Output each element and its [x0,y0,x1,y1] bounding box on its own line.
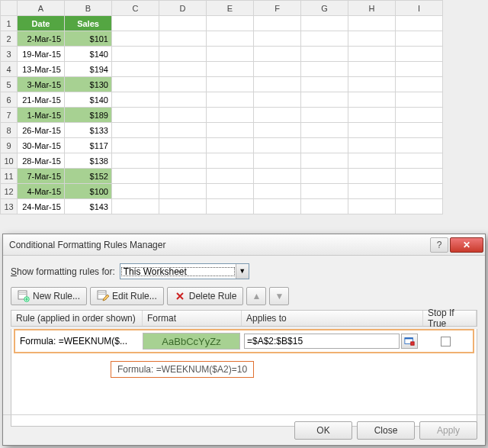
cell[interactable] [254,153,301,169]
column-header[interactable]: H [348,1,396,16]
close-button[interactable]: Close [357,421,415,440]
cell[interactable] [301,199,348,214]
cell[interactable]: 26-Mar-15 [18,123,65,138]
cell[interactable] [396,16,443,31]
column-header[interactable]: D [159,1,207,16]
cell[interactable] [159,153,207,169]
cell[interactable] [254,16,301,31]
cell[interactable] [207,92,254,108]
cell[interactable] [301,31,348,47]
cell[interactable] [254,31,301,47]
cell[interactable] [348,62,396,77]
chevron-down-icon[interactable]: ▼ [236,264,249,279]
cell[interactable] [301,92,348,108]
cell[interactable] [348,123,396,138]
row-header[interactable]: 4 [1,62,18,77]
cell[interactable]: $140 [65,47,112,62]
cell[interactable]: 28-Mar-15 [18,153,65,169]
column-header[interactable]: A [18,1,65,16]
cell[interactable] [159,62,207,77]
cell[interactable] [112,92,159,108]
cell[interactable] [159,47,207,62]
stop-if-true-checkbox[interactable] [441,337,451,346]
cell[interactable] [112,16,159,31]
cell[interactable] [207,31,254,47]
cell[interactable]: $152 [65,169,112,184]
cell[interactable] [348,169,396,184]
cell[interactable] [112,153,159,169]
edit-rule-button[interactable]: Edit Rule... [90,287,164,305]
cell[interactable]: $133 [65,123,112,138]
cell[interactable] [207,169,254,184]
row-header[interactable]: 3 [1,47,18,62]
cell[interactable] [112,184,159,199]
cell[interactable] [207,77,254,92]
cell[interactable]: Date [18,16,65,31]
cell[interactable] [159,108,207,123]
scope-dropdown[interactable]: This Worksheet ▼ [120,263,249,279]
cell[interactable] [396,169,443,184]
cell[interactable] [396,62,443,77]
cell[interactable] [159,92,207,108]
cell[interactable]: $194 [65,62,112,77]
cell[interactable] [396,31,443,47]
cell[interactable] [254,62,301,77]
rule-row[interactable]: Formula: =WEEKNUM($... AaBbCcYyZz =$A$2:… [14,329,474,353]
cell[interactable] [301,108,348,123]
cell[interactable] [396,184,443,199]
cell[interactable]: 4-Mar-15 [18,184,65,199]
column-header[interactable]: B [65,1,112,16]
cell[interactable] [112,108,159,123]
cell[interactable] [254,108,301,123]
cell[interactable] [254,199,301,214]
cell[interactable]: 1-Mar-15 [18,108,65,123]
cell[interactable] [348,138,396,153]
cell[interactable] [396,123,443,138]
move-up-button[interactable]: ▲ [246,287,266,305]
column-header[interactable]: I [396,1,443,16]
cell[interactable] [301,16,348,31]
row-header[interactable]: 7 [1,108,18,123]
cell[interactable] [207,16,254,31]
apply-button[interactable]: Apply [419,421,477,440]
cell[interactable] [159,16,207,31]
cell[interactable] [348,92,396,108]
cell[interactable]: $143 [65,199,112,214]
cell[interactable]: 3-Mar-15 [18,77,65,92]
column-header[interactable]: E [207,1,254,16]
cell[interactable] [207,184,254,199]
cell[interactable] [207,199,254,214]
cell[interactable] [254,138,301,153]
row-header[interactable]: 8 [1,123,18,138]
cell[interactable]: 21-Mar-15 [18,92,65,108]
cell[interactable] [301,62,348,77]
close-icon[interactable]: ✕ [450,237,483,253]
cell[interactable] [348,31,396,47]
cell[interactable]: 19-Mar-15 [18,47,65,62]
row-header[interactable]: 13 [1,199,18,214]
cell[interactable]: $140 [65,92,112,108]
row-header[interactable]: 5 [1,77,18,92]
cell[interactable] [112,77,159,92]
cell[interactable]: 7-Mar-15 [18,169,65,184]
cell[interactable] [207,138,254,153]
cell[interactable] [207,123,254,138]
cell[interactable]: $138 [65,153,112,169]
cell[interactable] [207,62,254,77]
cell[interactable]: 13-Mar-15 [18,62,65,77]
row-header[interactable]: 10 [1,153,18,169]
cell[interactable] [396,199,443,214]
cell[interactable] [254,123,301,138]
cell[interactable] [254,47,301,62]
cell[interactable] [159,184,207,199]
cell[interactable] [112,62,159,77]
cell[interactable] [348,16,396,31]
cell[interactable] [159,31,207,47]
cell[interactable] [301,169,348,184]
ok-button[interactable]: OK [294,421,352,440]
cell[interactable] [348,77,396,92]
cell[interactable] [396,138,443,153]
cell[interactable] [254,92,301,108]
row-header[interactable]: 9 [1,138,18,153]
cell[interactable] [301,77,348,92]
